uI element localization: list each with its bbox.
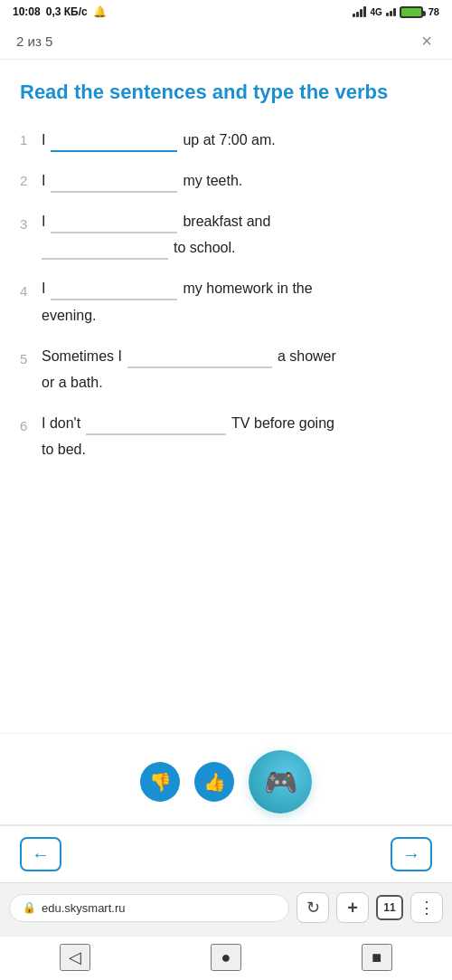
sentence-4-word-3: evening. xyxy=(42,303,97,328)
sentence-4: 4 I my homework in the evening. xyxy=(20,276,432,327)
sentence-5-line-2: or a bath. xyxy=(42,370,432,395)
sentence-3-word-3: to school. xyxy=(174,235,235,260)
mascot-icon: 🎮 xyxy=(264,766,297,798)
sentence-3-word-2: breakfast and xyxy=(183,209,270,233)
sentence-5-multiline: Sometimes I a shower or a bath. xyxy=(42,344,432,395)
status-bar-right: 4G 78 xyxy=(353,6,439,18)
battery-icon xyxy=(400,6,423,18)
next-button[interactable]: → xyxy=(391,837,432,871)
sentence-5: 5 Sometimes I a shower or a bath. xyxy=(20,344,432,395)
sentence-3-input-1[interactable] xyxy=(51,212,177,233)
top-nav: 2 из 5 × xyxy=(0,22,452,60)
signal-icon-2 xyxy=(386,8,396,16)
sentence-4-word-2: my homework in the xyxy=(183,276,312,300)
sentence-5-line-1: Sometimes I a shower xyxy=(42,344,432,368)
sentence-5-word-2: a shower xyxy=(278,344,336,368)
task-title: Read the sentences and type the verbs xyxy=(20,80,432,106)
sentence-3-line-2: to school. xyxy=(42,235,432,260)
sentence-1-word-2: up at 7:00 am. xyxy=(183,128,275,152)
sentence-6-word-1: I don't xyxy=(42,411,80,435)
menu-button[interactable]: ⋮ xyxy=(410,892,443,923)
add-tab-button[interactable]: + xyxy=(336,892,369,923)
sentence-2: 2 I my teeth. xyxy=(20,168,432,193)
sentence-3-line-1: I breakfast and xyxy=(42,209,432,233)
progress-text: 2 из 5 xyxy=(16,33,52,49)
url-text: edu.skysmart.ru xyxy=(42,901,125,915)
sentence-4-line-2: evening. xyxy=(42,303,432,328)
sentence-num-2: 2 xyxy=(20,169,36,193)
sentence-1-word-1: I xyxy=(42,128,45,152)
time: 10:08 xyxy=(13,5,41,18)
prev-button[interactable]: ← xyxy=(20,837,61,871)
recent-button[interactable]: ■ xyxy=(362,944,392,971)
sentence-1: 1 I up at 7:00 am. xyxy=(20,128,432,152)
sentence-5-word-3: or a bath. xyxy=(42,370,103,395)
alert-icon: 🔔 xyxy=(93,5,107,18)
sentence-num-3: 3 xyxy=(20,213,36,236)
status-bar: 10:08 0,3 КБ/с 🔔 4G 78 xyxy=(0,0,452,22)
close-button[interactable]: × xyxy=(418,31,436,52)
thumb-down-icon: 👎 xyxy=(149,771,172,793)
mascot: 🎮 xyxy=(249,750,312,813)
sentence-3-input-2[interactable] xyxy=(42,238,168,260)
battery-level: 78 xyxy=(428,6,439,17)
back-button[interactable]: ◁ xyxy=(60,944,90,971)
reload-button[interactable]: ↻ xyxy=(297,892,329,923)
sentence-num-5: 5 xyxy=(20,347,36,371)
tab-count[interactable]: 11 xyxy=(376,895,403,920)
thumb-up-button[interactable]: 👍 xyxy=(194,762,234,802)
sentence-6-multiline: I don't TV before going to bed. xyxy=(42,411,432,461)
sentence-4-input[interactable] xyxy=(51,279,177,300)
sentence-list: 1 I up at 7:00 am. 2 I my teeth. 3 I bre… xyxy=(20,128,432,479)
sentence-4-word-1: I xyxy=(42,276,45,300)
lock-icon: 🔒 xyxy=(23,901,36,914)
sentence-6-word-2: TV before going xyxy=(231,411,334,435)
sentence-3: 3 I breakfast and to school. xyxy=(20,209,432,260)
signal-icon xyxy=(353,6,366,17)
bottom-area: 👎 👍 🎮 xyxy=(0,733,452,824)
status-bar-left: 10:08 0,3 КБ/с 🔔 xyxy=(13,5,107,18)
sentence-num-4: 4 xyxy=(20,280,36,303)
browser-bar: 🔒 edu.skysmart.ru ↻ + 11 ⋮ xyxy=(0,882,452,936)
sentence-2-word-1: I xyxy=(42,168,45,193)
sentence-6-line-1: I don't TV before going xyxy=(42,411,432,435)
network-type: 4G xyxy=(370,7,381,17)
sentence-2-word-2: my teeth. xyxy=(183,168,242,193)
sentence-6-word-3: to bed. xyxy=(42,437,86,461)
url-bar[interactable]: 🔒 edu.skysmart.ru xyxy=(9,894,289,922)
sentence-6-line-2: to bed. xyxy=(42,437,432,461)
main-content: Read the sentences and type the verbs 1 … xyxy=(0,60,452,733)
system-nav: ◁ ● ■ xyxy=(0,936,452,980)
network-speed: 0,3 КБ/с xyxy=(46,5,88,18)
sentence-6-input[interactable] xyxy=(86,414,226,435)
home-button[interactable]: ● xyxy=(211,944,241,971)
nav-bar: ← → xyxy=(0,824,452,882)
sentence-num-6: 6 xyxy=(20,414,36,438)
sentence-2-input[interactable] xyxy=(51,171,177,193)
sentence-num-1: 1 xyxy=(20,128,36,152)
sentence-4-line-1: I my homework in the xyxy=(42,276,432,300)
sentence-3-word-1: I xyxy=(42,209,45,233)
sentence-5-input[interactable] xyxy=(127,347,272,368)
sentence-5-word-1: Sometimes I xyxy=(42,344,122,368)
sentence-6: 6 I don't TV before going to bed. xyxy=(20,411,432,461)
sentence-4-multiline: I my homework in the evening. xyxy=(42,276,432,327)
sentence-1-input[interactable] xyxy=(51,130,177,152)
sentence-3-multiline: I breakfast and to school. xyxy=(42,209,432,260)
thumb-down-button[interactable]: 👎 xyxy=(140,762,180,802)
thumb-up-icon: 👍 xyxy=(203,771,226,793)
